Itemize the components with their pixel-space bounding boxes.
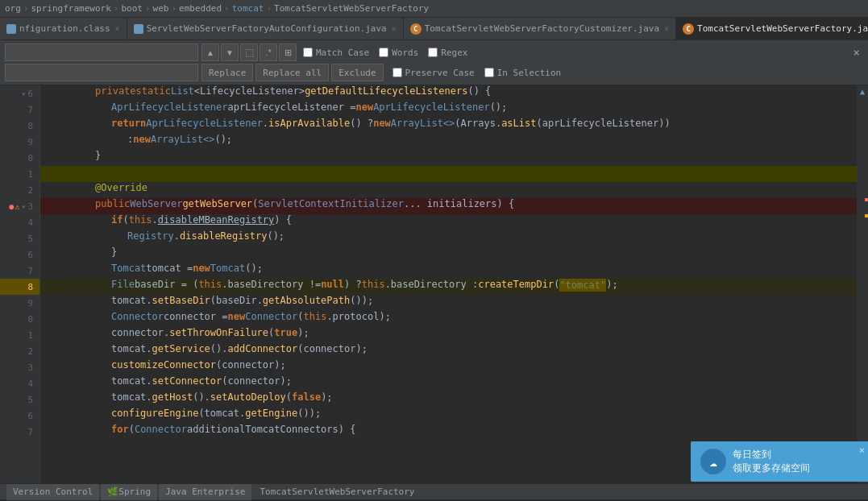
- token: asList: [501, 118, 536, 129]
- token: setAutoDeploy: [210, 391, 286, 403]
- gutter-line-7c: 7: [0, 424, 39, 440]
- gutter-line-0a: 0: [0, 150, 39, 166]
- regex-checkbox[interactable]: [428, 48, 438, 57]
- in-selection-checkbox[interactable]: [484, 68, 494, 77]
- code-line: connector. setThrowOnFailure ( true );: [40, 327, 857, 343]
- match-case-label: Match Case: [316, 48, 369, 58]
- tab-icon: [134, 24, 143, 34]
- words-option[interactable]: Words: [379, 48, 418, 58]
- tab-configuration[interactable]: nfiguration.class ×: [0, 18, 127, 40]
- token: false: [292, 391, 321, 403]
- breadcrumb-item[interactable]: boot: [121, 3, 143, 14]
- token: () ?: [350, 118, 373, 129]
- in-selection-label: In Selection: [497, 68, 561, 78]
- token: );: [379, 311, 390, 322]
- java-enterprise-tab[interactable]: Java Enterprise: [159, 484, 251, 500]
- gutter-line-3: ● ⚠ ▾ 3: [0, 198, 39, 214]
- next-match-button[interactable]: ▼: [221, 43, 239, 61]
- fold-marker[interactable]: ▾: [21, 89, 26, 98]
- code-line: tomcat. setBaseDir (baseDir. getAbsolute…: [40, 295, 857, 311]
- line-number: 0: [27, 153, 33, 164]
- token: configureEngine: [111, 408, 198, 419]
- match-regex-button[interactable]: .*: [260, 43, 277, 61]
- gutter-line-8b: 8: [0, 279, 39, 295]
- scroll-up-arrow[interactable]: ▲: [857, 85, 868, 97]
- replace-input[interactable]: [9, 67, 194, 78]
- spring-icon: 🌿: [107, 487, 118, 497]
- fold-marker[interactable]: ▾: [21, 202, 26, 211]
- notification-close-button[interactable]: ×: [859, 445, 865, 456]
- line-number: 1: [27, 169, 33, 180]
- gutter-line-1: 1: [0, 166, 39, 182]
- token: private: [95, 85, 136, 97]
- spring-tab[interactable]: 🌿 Spring: [101, 484, 157, 500]
- code-line: @Override: [40, 182, 857, 198]
- token: ) ?: [344, 279, 362, 290]
- preserve-case-checkbox[interactable]: [392, 68, 402, 77]
- gutter-line-6: ▾ 6: [0, 85, 39, 101]
- code-line: }: [40, 246, 857, 263]
- breadcrumb-item[interactable]: web: [153, 3, 169, 14]
- exclude-button[interactable]: Exclude: [331, 64, 383, 81]
- notification-text: 每日签到 领取更多存储空间: [733, 448, 810, 475]
- tab-close-icon[interactable]: ×: [392, 24, 397, 33]
- prev-match-button[interactable]: ▲: [201, 43, 219, 61]
- code-content[interactable]: private static List <LifecycleListener> …: [40, 85, 857, 483]
- token: static: [136, 85, 171, 97]
- find-input-wrap: [5, 43, 198, 61]
- notification-popup[interactable]: ☁ 每日签到 领取更多存储空间 ×: [691, 441, 868, 482]
- replace-all-button[interactable]: Replace all: [255, 64, 329, 81]
- token: .: [174, 230, 180, 242]
- code-editor: ▾ 6 7 8 9 0 1 2 ● ⚠ ▾ 3 4: [0, 85, 868, 483]
- tab-label: TomcatServletWebServerFactory.java: [697, 23, 868, 34]
- version-control-tab[interactable]: Version Control: [6, 484, 99, 500]
- breadcrumb-item[interactable]: embedded: [179, 3, 222, 14]
- preserve-case-label: Preserve Case: [405, 68, 475, 78]
- tab-tomcat-factory[interactable]: C TomcatServletWebServerFactory.java ×: [676, 18, 868, 40]
- find-input[interactable]: [9, 47, 194, 58]
- tab-servlet-config[interactable]: ServletWebServerFactoryAutoConfiguration…: [127, 18, 404, 40]
- line-number: 4: [27, 217, 33, 228]
- line-number: 0: [27, 314, 33, 325]
- token: (: [252, 198, 258, 209]
- token: (: [286, 391, 292, 403]
- token: List: [171, 85, 194, 97]
- match-words-button[interactable]: ⬚: [240, 43, 258, 61]
- tab-tomcat-customizer[interactable]: C TomcatServletWebServerFactoryCustomize…: [404, 18, 676, 40]
- token: }: [111, 246, 117, 258]
- close-search-button[interactable]: ×: [850, 46, 863, 59]
- breadcrumb-item[interactable]: tomcat: [232, 3, 264, 14]
- search-row-find: ▲ ▼ ⬚ .* ⊞ Match Case Words Regex ×: [5, 43, 863, 61]
- token: null: [321, 279, 344, 290]
- token: tomcat.: [111, 391, 152, 403]
- version-control-label: Version Control: [13, 487, 93, 497]
- token: (baseDir.: [210, 295, 263, 306]
- token: createTempDir: [478, 279, 554, 290]
- breadcrumb-item[interactable]: org: [5, 3, 21, 14]
- token: AprLifecycleListener: [146, 118, 263, 129]
- token: .: [263, 118, 268, 129]
- preserve-case-option[interactable]: Preserve Case: [392, 68, 475, 78]
- words-checkbox[interactable]: [379, 48, 388, 57]
- regex-option[interactable]: Regex: [428, 48, 467, 58]
- replace-button[interactable]: Replace: [201, 64, 253, 81]
- breadcrumb-item[interactable]: springframework: [31, 3, 111, 14]
- token: getService: [152, 343, 210, 354]
- gutter-line-7b: 7: [0, 263, 39, 279]
- token: }: [95, 150, 101, 161]
- token: public: [95, 198, 130, 209]
- line-number: 6: [27, 411, 33, 421]
- breadcrumb-item[interactable]: TomcatServletWebServerFactory: [274, 3, 429, 14]
- match-case-checkbox[interactable]: [303, 48, 313, 57]
- gutter-icons: ● ⚠: [9, 202, 19, 211]
- filter-button[interactable]: ⊞: [279, 43, 297, 61]
- token: <LifecycleListener>: [194, 85, 305, 97]
- gutter-line-7: 7: [0, 101, 39, 118]
- token: disableMBeanRegistry: [158, 214, 275, 226]
- token: ServletContextInitializer: [258, 198, 404, 209]
- tab-close-icon[interactable]: ×: [664, 24, 669, 33]
- in-selection-option[interactable]: In Selection: [484, 68, 561, 78]
- tab-close-icon[interactable]: ×: [115, 24, 120, 33]
- match-case-option[interactable]: Match Case: [303, 48, 369, 58]
- token: this: [198, 279, 222, 290]
